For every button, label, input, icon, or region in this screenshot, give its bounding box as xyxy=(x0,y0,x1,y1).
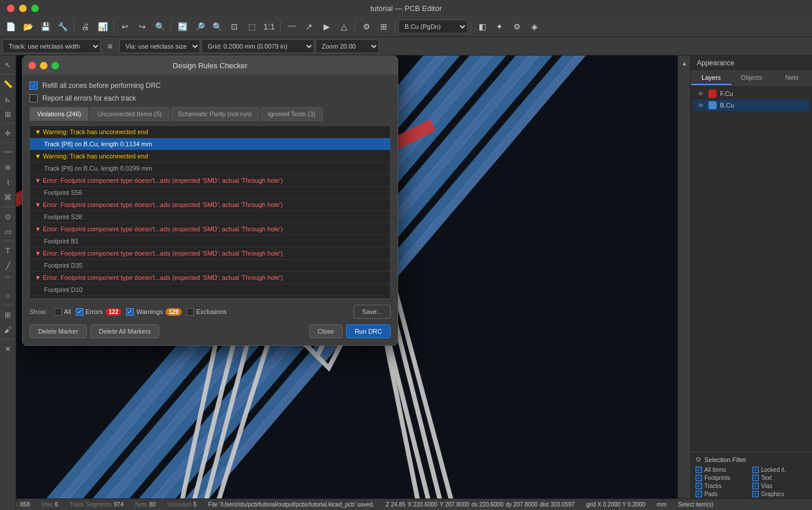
refill-checkbox[interactable]: ✓ xyxy=(30,82,38,90)
canvas-area[interactable]: P8 ▲ ▼ Design Rules Checker xyxy=(16,56,690,510)
drc-close-btn[interactable] xyxy=(28,62,36,69)
tab-ignored-tests[interactable]: Ignored Tests (3) xyxy=(260,107,323,121)
drc-item-3a[interactable]: Footprint S56 xyxy=(30,187,390,199)
sf-vias[interactable]: ✓ Vias xyxy=(752,483,807,489)
drc-error-3[interactable]: ▼ Error: Footprint component type doesn'… xyxy=(30,223,390,235)
sf-footprints[interactable]: ✓ Footprints xyxy=(696,475,751,481)
filter-exclusions[interactable]: Exclusions xyxy=(186,308,227,316)
run-drc-button[interactable]: Run DRC xyxy=(346,324,391,338)
tab-objects[interactable]: Objects xyxy=(732,71,772,85)
errors-check[interactable]: ✓ xyxy=(76,308,83,316)
3d-icon[interactable]: ◈ xyxy=(526,19,542,35)
drc-violations-list[interactable]: ▼ Warning: Track has unconnected end Tra… xyxy=(30,125,391,299)
route3-icon[interactable]: ▶ xyxy=(318,19,335,35)
paint-tool[interactable]: 🖌 xyxy=(1,323,15,337)
tune-diff[interactable]: ⌘ xyxy=(1,190,15,204)
sf-graphics[interactable]: ✓ Graphics xyxy=(752,491,807,497)
bcu-visibility[interactable]: 👁 xyxy=(697,101,705,109)
select-tool[interactable]: ↖ xyxy=(1,58,15,72)
via-size-selector[interactable]: Via: use netclass sizes xyxy=(119,39,200,53)
delete-marker-button[interactable]: Delete Marker xyxy=(30,324,87,338)
drc-item-4a[interactable]: Footprint S38 xyxy=(30,211,390,223)
warnings-check[interactable]: ✓ xyxy=(126,308,134,316)
grid-icon[interactable]: ⊞ xyxy=(1,107,15,121)
drc-item-2a[interactable]: Track [P8] on B.Cu, length 0.0299 mm xyxy=(30,162,390,175)
route-icon[interactable]: 〰 xyxy=(284,19,300,35)
filter-errors[interactable]: ✓ Errors 122 xyxy=(76,308,122,316)
maximize-button[interactable] xyxy=(31,5,39,12)
sf-tracks[interactable]: ✓ Tracks xyxy=(696,483,751,489)
zoom-actual-icon[interactable]: 1:1 xyxy=(261,19,277,35)
fcu-visibility[interactable]: 👁 xyxy=(697,90,705,98)
line-tool[interactable]: ╱ xyxy=(1,258,15,272)
measure-icon[interactable]: ⊾ xyxy=(1,92,15,106)
drc-icon[interactable]: ⚙ xyxy=(358,19,374,35)
tune-single[interactable]: ⌇ xyxy=(1,175,15,189)
text-tool[interactable]: T xyxy=(1,243,15,257)
drc-warning-1[interactable]: ▼ Warning: Track has unconnected end xyxy=(30,126,390,138)
drc-item-1a[interactable]: Track [P8] on B.Cu, length 0.1134 mm xyxy=(30,138,390,150)
tab-schematic-parity[interactable]: Schematic Parity (not run) xyxy=(171,107,259,121)
settings-icon[interactable]: ⚙ xyxy=(509,19,525,35)
drc-item-7a[interactable]: Footprint D10 xyxy=(30,284,390,296)
route-diff[interactable]: ≋ xyxy=(1,160,15,174)
tab-layers[interactable]: Layers xyxy=(691,71,732,85)
redo-icon[interactable]: ↪ xyxy=(134,19,150,35)
drc-error-4[interactable]: ▼ Error: Footprint component type doesn'… xyxy=(30,247,390,260)
nav-up[interactable]: ▲ xyxy=(679,58,690,68)
ruler-icon[interactable]: 📏 xyxy=(1,77,15,91)
route4-icon[interactable]: △ xyxy=(336,19,352,35)
zone-tool[interactable]: ▭ xyxy=(1,224,15,238)
find-icon[interactable]: 🔍 xyxy=(152,19,168,35)
drc-min-btn[interactable] xyxy=(40,62,47,69)
close-drc-button[interactable]: Close xyxy=(309,324,343,338)
route2-icon[interactable]: ↗ xyxy=(301,19,317,35)
array-tool[interactable]: ⊞ xyxy=(1,308,15,321)
drc-error-6[interactable]: ▼ Error: Footprint component type doesn'… xyxy=(30,296,390,299)
zoom-out-icon[interactable]: 🔍 xyxy=(209,19,225,35)
grid-selector[interactable]: Grid: 0.2000 mm (0.0079 in) xyxy=(201,39,314,53)
minimize-button[interactable] xyxy=(19,5,27,12)
drc-error-5[interactable]: ▼ Error: Footprint component type doesn'… xyxy=(30,272,390,284)
drc-error-2[interactable]: ▼ Error: Footprint component type doesn'… xyxy=(30,199,390,211)
undo-icon[interactable]: ↩ xyxy=(117,19,133,35)
new-icon[interactable]: 📄 xyxy=(2,19,19,35)
net-selector[interactable]: B.Cu (PgDn) xyxy=(398,20,468,34)
circle-tool[interactable]: ○ xyxy=(1,289,15,302)
filter-all[interactable]: All xyxy=(54,308,71,316)
drc-error-1[interactable]: ▼ Error: Footprint component type doesn'… xyxy=(30,175,390,187)
via-tool[interactable]: ⊙ xyxy=(1,209,15,223)
sf-text[interactable]: ✓ Text xyxy=(752,475,807,481)
exclusions-check[interactable] xyxy=(186,308,194,316)
close-button[interactable] xyxy=(7,5,14,12)
track-width-selector[interactable]: Track: use netclass width xyxy=(2,39,101,53)
highlight-icon[interactable]: ✦ xyxy=(491,19,508,35)
save-icon[interactable]: 💾 xyxy=(37,19,53,35)
track-icon[interactable]: ≡ xyxy=(102,38,118,54)
zoom-selector[interactable]: Zoom 20.00 xyxy=(315,39,379,53)
save-drc-button[interactable]: Save... xyxy=(354,305,391,319)
sf-locked[interactable]: ✓ Locked it. xyxy=(752,467,807,473)
netlist-icon[interactable]: ⊞ xyxy=(376,19,392,35)
tab-unconnected[interactable]: Unconnected Items (5) xyxy=(90,107,169,121)
refresh-icon[interactable]: 🔄 xyxy=(174,19,190,35)
filter-warnings[interactable]: ✓ Warnings 129 xyxy=(126,308,182,316)
sf-pads[interactable]: ✓ Pads xyxy=(696,491,751,497)
drc-item-6a[interactable]: Footprint D35 xyxy=(30,260,390,272)
tab-nets[interactable]: Nets xyxy=(771,71,812,85)
cursor-icon[interactable]: ✛ xyxy=(1,126,15,140)
layer-fcu[interactable]: 👁 F.Cu xyxy=(693,88,810,99)
drc-warning-2[interactable]: ▼ Warning: Track has unconnected end xyxy=(30,150,390,162)
delete-all-markers-button[interactable]: Delete All Markers xyxy=(90,324,159,338)
layer-icon[interactable]: ◧ xyxy=(474,19,490,35)
print-icon[interactable]: 🖨 xyxy=(77,19,93,35)
sf-all-items[interactable]: ✓ All items xyxy=(696,467,751,473)
zoom-area-icon[interactable]: ⬚ xyxy=(244,19,260,35)
report-checkbox[interactable] xyxy=(30,94,38,102)
open-icon[interactable]: 📂 xyxy=(20,19,36,35)
drc-max-btn[interactable] xyxy=(52,62,59,69)
delete-tool[interactable]: ✕ xyxy=(1,342,15,356)
tab-violations[interactable]: Violations (246) xyxy=(30,107,89,121)
zoom-fit-icon[interactable]: ⊡ xyxy=(226,19,243,35)
plot-icon[interactable]: 📊 xyxy=(94,19,111,35)
